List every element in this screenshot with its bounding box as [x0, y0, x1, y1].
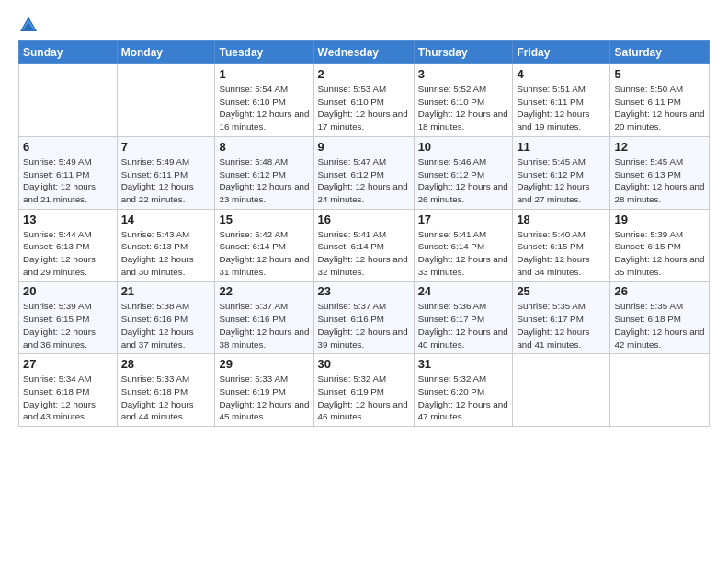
day-info: Sunrise: 5:39 AMSunset: 6:15 PMDaylight:… — [23, 300, 113, 350]
calendar-cell — [117, 64, 215, 137]
day-info: Sunrise: 5:49 AMSunset: 6:11 PMDaylight:… — [121, 155, 211, 206]
calendar-cell: 26Sunrise: 5:35 AMSunset: 6:18 PMDayligh… — [610, 282, 710, 354]
day-info: Sunrise: 5:32 AMSunset: 6:20 PMDaylight:… — [418, 373, 509, 423]
day-number: 10 — [418, 140, 509, 154]
day-info: Sunrise: 5:47 AMSunset: 6:12 PMDaylight:… — [318, 155, 410, 206]
week-row-5: 27Sunrise: 5:34 AMSunset: 6:18 PMDayligh… — [19, 354, 710, 427]
day-number: 8 — [219, 140, 309, 154]
day-info: Sunrise: 5:32 AMSunset: 6:19 PMDaylight:… — [318, 373, 410, 423]
day-info: Sunrise: 5:54 AMSunset: 6:10 PMDaylight:… — [219, 83, 309, 133]
day-number: 12 — [614, 140, 705, 154]
day-info: Sunrise: 5:52 AMSunset: 6:10 PMDaylight:… — [418, 83, 509, 133]
column-header-sunday: Sunday — [19, 41, 118, 64]
day-info: Sunrise: 5:51 AMSunset: 6:11 PMDaylight:… — [517, 83, 606, 133]
day-number: 28 — [121, 357, 211, 371]
day-info: Sunrise: 5:44 AMSunset: 6:13 PMDaylight:… — [23, 228, 113, 279]
day-number: 25 — [517, 284, 606, 298]
calendar-cell: 12Sunrise: 5:45 AMSunset: 6:13 PMDayligh… — [610, 136, 710, 209]
calendar-cell: 17Sunrise: 5:41 AMSunset: 6:14 PMDayligh… — [414, 209, 513, 282]
day-number: 17 — [418, 213, 509, 226]
calendar-cell: 18Sunrise: 5:40 AMSunset: 6:15 PMDayligh… — [513, 209, 610, 282]
week-row-2: 6Sunrise: 5:49 AMSunset: 6:11 PMDaylight… — [19, 136, 710, 209]
day-number: 7 — [121, 140, 211, 154]
calendar: SundayMondayTuesdayWednesdayThursdayFrid… — [18, 40, 710, 427]
day-info: Sunrise: 5:43 AMSunset: 6:13 PMDaylight:… — [121, 228, 211, 279]
week-row-1: 1Sunrise: 5:54 AMSunset: 6:10 PMDaylight… — [19, 64, 710, 137]
calendar-cell: 2Sunrise: 5:53 AMSunset: 6:10 PMDaylight… — [313, 64, 414, 137]
calendar-cell: 7Sunrise: 5:49 AMSunset: 6:11 PMDaylight… — [117, 136, 215, 209]
day-number: 3 — [418, 67, 509, 81]
day-number: 31 — [418, 357, 509, 371]
calendar-cell: 22Sunrise: 5:37 AMSunset: 6:16 PMDayligh… — [215, 282, 313, 354]
header-row: SundayMondayTuesdayWednesdayThursdayFrid… — [19, 41, 710, 64]
day-info: Sunrise: 5:50 AMSunset: 6:11 PMDaylight:… — [614, 83, 705, 133]
day-number: 2 — [318, 67, 410, 81]
week-row-3: 13Sunrise: 5:44 AMSunset: 6:13 PMDayligh… — [19, 209, 710, 282]
calendar-cell: 28Sunrise: 5:33 AMSunset: 6:18 PMDayligh… — [117, 354, 215, 427]
calendar-cell: 9Sunrise: 5:47 AMSunset: 6:12 PMDaylight… — [313, 136, 414, 209]
day-info: Sunrise: 5:35 AMSunset: 6:17 PMDaylight:… — [517, 300, 606, 350]
calendar-cell: 24Sunrise: 5:36 AMSunset: 6:17 PMDayligh… — [414, 282, 513, 354]
day-number: 21 — [121, 284, 211, 298]
day-number: 15 — [219, 213, 309, 226]
day-info: Sunrise: 5:37 AMSunset: 6:16 PMDaylight:… — [219, 300, 309, 350]
calendar-cell: 10Sunrise: 5:46 AMSunset: 6:12 PMDayligh… — [414, 136, 513, 209]
day-number: 26 — [614, 284, 705, 298]
day-info: Sunrise: 5:33 AMSunset: 6:18 PMDaylight:… — [121, 373, 211, 423]
day-info: Sunrise: 5:40 AMSunset: 6:15 PMDaylight:… — [517, 228, 606, 279]
calendar-cell: 29Sunrise: 5:33 AMSunset: 6:19 PMDayligh… — [215, 354, 313, 427]
calendar-cell: 14Sunrise: 5:43 AMSunset: 6:13 PMDayligh… — [117, 209, 215, 282]
day-info: Sunrise: 5:49 AMSunset: 6:11 PMDaylight:… — [23, 155, 113, 206]
page: SundayMondayTuesdayWednesdayThursdayFrid… — [0, 0, 728, 563]
calendar-cell: 21Sunrise: 5:38 AMSunset: 6:16 PMDayligh… — [117, 282, 215, 354]
calendar-cell: 27Sunrise: 5:34 AMSunset: 6:18 PMDayligh… — [19, 354, 118, 427]
day-number: 29 — [219, 357, 309, 371]
day-number: 16 — [318, 213, 410, 226]
calendar-cell: 1Sunrise: 5:54 AMSunset: 6:10 PMDaylight… — [215, 64, 313, 137]
day-number: 23 — [318, 284, 410, 298]
day-info: Sunrise: 5:53 AMSunset: 6:10 PMDaylight:… — [318, 83, 410, 133]
day-number: 22 — [219, 284, 309, 298]
calendar-cell: 19Sunrise: 5:39 AMSunset: 6:15 PMDayligh… — [610, 209, 710, 282]
day-number: 20 — [23, 284, 113, 298]
day-info: Sunrise: 5:36 AMSunset: 6:17 PMDaylight:… — [418, 300, 509, 350]
calendar-cell: 8Sunrise: 5:48 AMSunset: 6:12 PMDaylight… — [215, 136, 313, 209]
day-info: Sunrise: 5:42 AMSunset: 6:14 PMDaylight:… — [219, 228, 309, 279]
day-number: 18 — [517, 213, 606, 226]
calendar-cell: 3Sunrise: 5:52 AMSunset: 6:10 PMDaylight… — [414, 64, 513, 137]
logo-icon — [18, 15, 39, 35]
calendar-cell: 25Sunrise: 5:35 AMSunset: 6:17 PMDayligh… — [513, 282, 610, 354]
day-info: Sunrise: 5:33 AMSunset: 6:19 PMDaylight:… — [219, 373, 309, 423]
day-number: 30 — [318, 357, 410, 371]
calendar-cell: 16Sunrise: 5:41 AMSunset: 6:14 PMDayligh… — [313, 209, 414, 282]
day-number: 4 — [517, 67, 606, 81]
calendar-cell — [19, 64, 118, 137]
day-number: 5 — [614, 67, 705, 81]
calendar-cell: 13Sunrise: 5:44 AMSunset: 6:13 PMDayligh… — [19, 209, 118, 282]
calendar-cell — [610, 354, 710, 427]
calendar-cell: 15Sunrise: 5:42 AMSunset: 6:14 PMDayligh… — [215, 209, 313, 282]
calendar-cell — [513, 354, 610, 427]
day-info: Sunrise: 5:35 AMSunset: 6:18 PMDaylight:… — [614, 300, 705, 350]
week-row-4: 20Sunrise: 5:39 AMSunset: 6:15 PMDayligh… — [19, 282, 710, 354]
column-header-thursday: Thursday — [414, 41, 513, 64]
day-number: 6 — [23, 140, 113, 154]
day-number: 9 — [318, 140, 410, 154]
column-header-wednesday: Wednesday — [313, 41, 414, 64]
calendar-cell: 23Sunrise: 5:37 AMSunset: 6:16 PMDayligh… — [313, 282, 414, 354]
calendar-cell: 31Sunrise: 5:32 AMSunset: 6:20 PMDayligh… — [414, 354, 513, 427]
calendar-cell: 4Sunrise: 5:51 AMSunset: 6:11 PMDaylight… — [513, 64, 610, 137]
calendar-cell: 5Sunrise: 5:50 AMSunset: 6:11 PMDaylight… — [610, 64, 710, 137]
column-header-friday: Friday — [513, 41, 610, 64]
day-info: Sunrise: 5:37 AMSunset: 6:16 PMDaylight:… — [318, 300, 410, 350]
calendar-cell: 11Sunrise: 5:45 AMSunset: 6:12 PMDayligh… — [513, 136, 610, 209]
header — [18, 15, 710, 35]
day-info: Sunrise: 5:41 AMSunset: 6:14 PMDaylight:… — [418, 228, 509, 279]
day-info: Sunrise: 5:46 AMSunset: 6:12 PMDaylight:… — [418, 155, 509, 206]
column-header-monday: Monday — [117, 41, 215, 64]
day-number: 11 — [517, 140, 606, 154]
column-header-saturday: Saturday — [610, 41, 710, 64]
day-info: Sunrise: 5:39 AMSunset: 6:15 PMDaylight:… — [614, 228, 705, 279]
logo — [18, 15, 42, 35]
day-info: Sunrise: 5:45 AMSunset: 6:13 PMDaylight:… — [614, 155, 705, 206]
